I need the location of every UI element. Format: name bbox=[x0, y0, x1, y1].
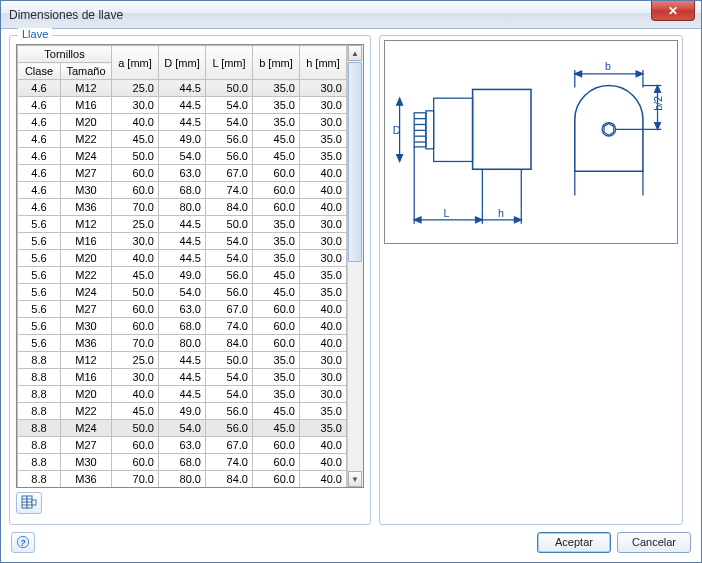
cell-a[interactable]: 60.0 bbox=[111, 437, 158, 454]
cell-D[interactable]: 44.5 bbox=[158, 216, 205, 233]
cell-D[interactable]: 44.5 bbox=[158, 369, 205, 386]
cell-b[interactable]: 35.0 bbox=[252, 369, 299, 386]
cell-tamano[interactable]: M22 bbox=[60, 131, 111, 148]
table-row[interactable]: 4.6M1630.044.554.035.030.0 bbox=[18, 97, 347, 114]
cell-h[interactable]: 35.0 bbox=[299, 284, 346, 301]
cell-b[interactable]: 35.0 bbox=[252, 216, 299, 233]
table-row[interactable]: 5.6M2760.063.067.060.040.0 bbox=[18, 301, 347, 318]
cell-tamano[interactable]: M24 bbox=[60, 284, 111, 301]
cell-clase[interactable]: 5.6 bbox=[18, 216, 61, 233]
cell-a[interactable]: 60.0 bbox=[111, 182, 158, 199]
cell-b[interactable]: 60.0 bbox=[252, 301, 299, 318]
cell-tamano[interactable]: M30 bbox=[60, 182, 111, 199]
cell-D[interactable]: 49.0 bbox=[158, 267, 205, 284]
cell-L[interactable]: 84.0 bbox=[205, 199, 252, 216]
cell-D[interactable]: 44.5 bbox=[158, 386, 205, 403]
cell-tamano[interactable]: M16 bbox=[60, 369, 111, 386]
table-row[interactable]: 8.8M2040.044.554.035.030.0 bbox=[18, 386, 347, 403]
cell-D[interactable]: 63.0 bbox=[158, 437, 205, 454]
cell-L[interactable]: 74.0 bbox=[205, 318, 252, 335]
cell-h[interactable]: 35.0 bbox=[299, 403, 346, 420]
cell-b[interactable]: 60.0 bbox=[252, 182, 299, 199]
cell-D[interactable]: 80.0 bbox=[158, 335, 205, 352]
scroll-thumb[interactable] bbox=[348, 62, 362, 262]
cell-b[interactable]: 45.0 bbox=[252, 131, 299, 148]
cell-D[interactable]: 68.0 bbox=[158, 182, 205, 199]
table-row[interactable]: 5.6M2245.049.056.045.035.0 bbox=[18, 267, 347, 284]
table-row[interactable]: 4.6M3670.080.084.060.040.0 bbox=[18, 199, 347, 216]
table-scrollbar[interactable]: ▲ ▼ bbox=[347, 45, 363, 487]
cell-clase[interactable]: 8.8 bbox=[18, 437, 61, 454]
col-clase[interactable]: Clase bbox=[18, 63, 61, 80]
cell-a[interactable]: 30.0 bbox=[111, 369, 158, 386]
cell-L[interactable]: 56.0 bbox=[205, 267, 252, 284]
cell-tamano[interactable]: M24 bbox=[60, 420, 111, 437]
cell-h[interactable]: 40.0 bbox=[299, 454, 346, 471]
table-row[interactable]: 5.6M3060.068.074.060.040.0 bbox=[18, 318, 347, 335]
cell-D[interactable]: 44.5 bbox=[158, 114, 205, 131]
table-row[interactable]: 8.8M1225.044.550.035.030.0 bbox=[18, 352, 347, 369]
cell-tamano[interactable]: M27 bbox=[60, 437, 111, 454]
cell-clase[interactable]: 4.6 bbox=[18, 131, 61, 148]
cell-a[interactable]: 50.0 bbox=[111, 284, 158, 301]
table-row[interactable]: 4.6M3060.068.074.060.040.0 bbox=[18, 182, 347, 199]
cell-b[interactable]: 60.0 bbox=[252, 199, 299, 216]
cell-L[interactable]: 50.0 bbox=[205, 216, 252, 233]
cell-a[interactable]: 60.0 bbox=[111, 318, 158, 335]
cell-a[interactable]: 50.0 bbox=[111, 148, 158, 165]
col-b[interactable]: b [mm] bbox=[252, 46, 299, 80]
cell-h[interactable]: 30.0 bbox=[299, 386, 346, 403]
cell-tamano[interactable]: M12 bbox=[60, 80, 111, 97]
cell-clase[interactable]: 4.6 bbox=[18, 165, 61, 182]
table-row[interactable]: 8.8M2760.063.067.060.040.0 bbox=[18, 437, 347, 454]
cell-tamano[interactable]: M36 bbox=[60, 335, 111, 352]
cell-D[interactable]: 44.5 bbox=[158, 352, 205, 369]
cell-a[interactable]: 40.0 bbox=[111, 114, 158, 131]
table-row[interactable]: 5.6M1630.044.554.035.030.0 bbox=[18, 233, 347, 250]
table-row[interactable]: 4.6M2245.049.056.045.035.0 bbox=[18, 131, 347, 148]
cell-h[interactable]: 35.0 bbox=[299, 131, 346, 148]
cell-L[interactable]: 56.0 bbox=[205, 131, 252, 148]
cell-h[interactable]: 30.0 bbox=[299, 80, 346, 97]
cell-h[interactable]: 30.0 bbox=[299, 97, 346, 114]
cell-L[interactable]: 67.0 bbox=[205, 165, 252, 182]
cell-b[interactable]: 35.0 bbox=[252, 97, 299, 114]
cell-h[interactable]: 40.0 bbox=[299, 437, 346, 454]
cell-tamano[interactable]: M30 bbox=[60, 318, 111, 335]
cell-b[interactable]: 35.0 bbox=[252, 352, 299, 369]
table-row[interactable]: 8.8M3670.080.084.060.040.0 bbox=[18, 471, 347, 488]
cell-a[interactable]: 45.0 bbox=[111, 267, 158, 284]
cell-L[interactable]: 54.0 bbox=[205, 250, 252, 267]
cell-L[interactable]: 56.0 bbox=[205, 148, 252, 165]
cell-D[interactable]: 54.0 bbox=[158, 148, 205, 165]
table-row[interactable]: 8.8M1630.044.554.035.030.0 bbox=[18, 369, 347, 386]
cell-D[interactable]: 49.0 bbox=[158, 131, 205, 148]
cell-a[interactable]: 30.0 bbox=[111, 97, 158, 114]
cell-clase[interactable]: 4.6 bbox=[18, 114, 61, 131]
cell-a[interactable]: 40.0 bbox=[111, 250, 158, 267]
cell-tamano[interactable]: M20 bbox=[60, 114, 111, 131]
cell-a[interactable]: 60.0 bbox=[111, 165, 158, 182]
cell-D[interactable]: 68.0 bbox=[158, 454, 205, 471]
cell-b[interactable]: 45.0 bbox=[252, 148, 299, 165]
cell-a[interactable]: 25.0 bbox=[111, 216, 158, 233]
cell-h[interactable]: 35.0 bbox=[299, 267, 346, 284]
cell-tamano[interactable]: M20 bbox=[60, 250, 111, 267]
cell-D[interactable]: 44.5 bbox=[158, 80, 205, 97]
col-tamano[interactable]: Tamaño bbox=[60, 63, 111, 80]
cell-tamano[interactable]: M16 bbox=[60, 233, 111, 250]
cell-a[interactable]: 25.0 bbox=[111, 80, 158, 97]
cell-b[interactable]: 35.0 bbox=[252, 250, 299, 267]
cell-h[interactable]: 30.0 bbox=[299, 250, 346, 267]
cell-L[interactable]: 54.0 bbox=[205, 114, 252, 131]
cell-L[interactable]: 50.0 bbox=[205, 352, 252, 369]
cell-h[interactable]: 40.0 bbox=[299, 318, 346, 335]
table-row[interactable]: 4.6M2760.063.067.060.040.0 bbox=[18, 165, 347, 182]
close-button[interactable]: ✕ bbox=[651, 1, 695, 21]
cell-clase[interactable]: 4.6 bbox=[18, 97, 61, 114]
table-row[interactable]: 5.6M3670.080.084.060.040.0 bbox=[18, 335, 347, 352]
accept-button[interactable]: Aceptar bbox=[537, 532, 611, 553]
cell-clase[interactable]: 8.8 bbox=[18, 471, 61, 488]
cell-D[interactable]: 68.0 bbox=[158, 318, 205, 335]
cell-a[interactable]: 70.0 bbox=[111, 335, 158, 352]
